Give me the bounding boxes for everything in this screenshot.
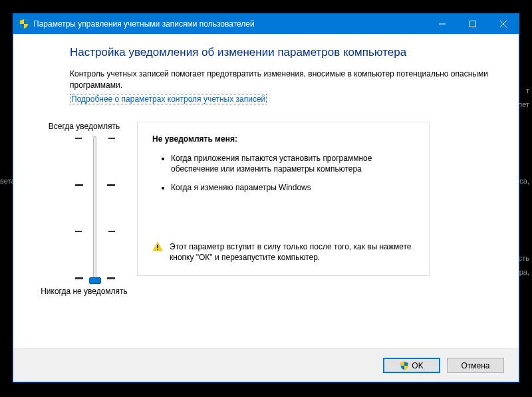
window-title: Параметры управления учетными записями п… xyxy=(33,19,427,29)
shield-icon xyxy=(400,361,409,370)
page-heading: Настройка уведомления об изменении парам… xyxy=(70,46,489,59)
slider-label-never: Никогда не уведомлять xyxy=(38,287,131,296)
ok-label: OK xyxy=(412,361,423,370)
info-item: Когда я изменяю параметры Windows xyxy=(171,182,414,193)
shield-icon xyxy=(19,19,29,29)
cancel-button[interactable]: Отмена xyxy=(447,358,504,373)
info-item: Когда приложения пытаются установить про… xyxy=(171,153,414,174)
bg-text: т xyxy=(526,86,529,94)
description-text: Контроль учетных записей помогает предот… xyxy=(70,68,489,91)
maximize-button[interactable] xyxy=(458,14,488,34)
svg-rect-5 xyxy=(157,249,158,250)
warning-text: Этот параметр вступит в силу только посл… xyxy=(170,241,414,263)
close-button[interactable] xyxy=(488,14,519,34)
svg-rect-4 xyxy=(157,245,158,248)
titlebar: Параметры управления учетными записями п… xyxy=(13,14,519,34)
window-controls xyxy=(427,14,519,34)
uac-settings-window: Параметры управления учетными записями п… xyxy=(13,13,519,382)
ok-button[interactable]: OK xyxy=(383,358,440,373)
info-panel: Не уведомлять меня: Когда приложения пыт… xyxy=(137,122,430,276)
warning-icon xyxy=(152,241,163,252)
uac-slider[interactable] xyxy=(75,136,115,281)
info-title: Не уведомлять меня: xyxy=(152,134,414,144)
learn-more-link[interactable]: Подробнее о параметрах контроля учетных … xyxy=(70,94,267,104)
minimize-button[interactable] xyxy=(427,14,458,34)
warning-row: Этот параметр вступит в силу только посл… xyxy=(152,241,414,263)
dialog-footer: OK Отмена xyxy=(13,348,519,382)
slider-column: Всегда уведомлять Никогда не уведомлять xyxy=(70,122,120,296)
info-list: Когда приложения пытаются установить про… xyxy=(152,153,414,194)
content-area: Настройка уведомления об изменении парам… xyxy=(13,34,519,348)
cancel-label: Отмена xyxy=(461,361,489,370)
svg-rect-1 xyxy=(470,21,476,27)
slider-label-always: Всегда уведомлять xyxy=(38,122,131,131)
slider-area: Всегда уведомлять Никогда не уведомлять … xyxy=(70,122,489,296)
slider-thumb[interactable] xyxy=(89,277,101,284)
